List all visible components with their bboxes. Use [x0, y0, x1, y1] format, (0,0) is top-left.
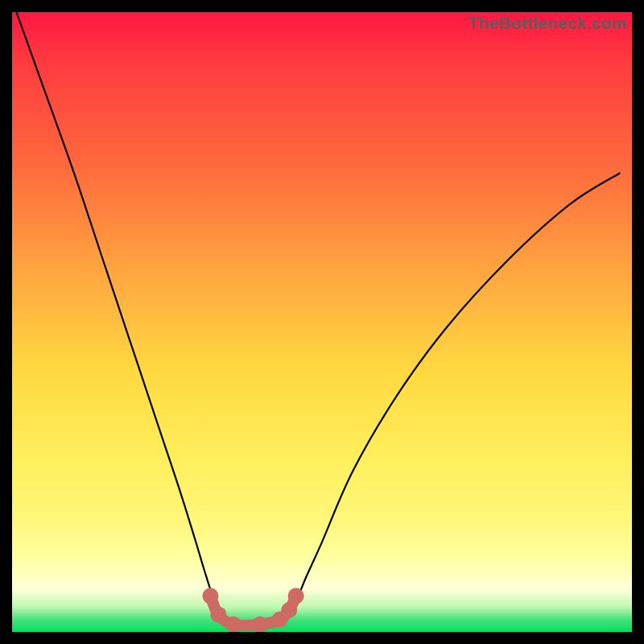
- plot-area: TheBottleneck.com: [12, 12, 632, 632]
- curve-min-dot: [272, 612, 288, 628]
- curve-min-dot: [288, 588, 304, 604]
- bottleneck-curve: [16, 12, 619, 625]
- curve-svg: [12, 12, 632, 632]
- curve-min-dot: [252, 617, 268, 632]
- curve-min-dot: [225, 617, 242, 632]
- curve-bottom-highlight: [210, 596, 295, 625]
- watermark-text: TheBottleneck.com: [469, 14, 627, 33]
- curve-min-dot: [202, 588, 218, 604]
- curve-min-dot: [210, 606, 226, 622]
- chart-stage: TheBottleneck.com: [0, 0, 644, 644]
- curve-min-dot: [281, 602, 297, 618]
- curve-min-dots: [202, 588, 303, 632]
